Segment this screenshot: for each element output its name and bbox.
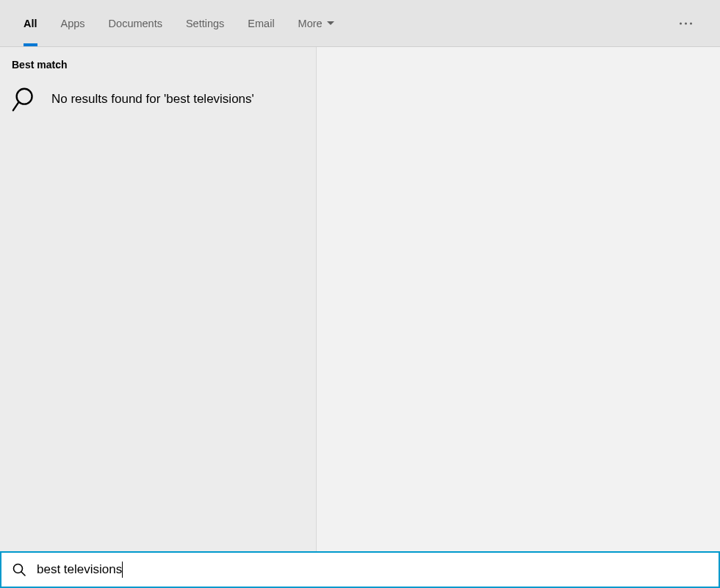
header-bar: All Apps Documents Settings Email More (0, 0, 720, 47)
tab-more[interactable]: More (287, 0, 346, 46)
search-icon (12, 85, 40, 113)
tab-documents[interactable]: Documents (97, 0, 174, 46)
search-input-value: best televisions (37, 562, 122, 577)
no-results-row: No results found for 'best televisions' (0, 79, 316, 119)
search-input[interactable]: best televisions (37, 553, 708, 587)
search-icon (12, 562, 26, 577)
search-bar[interactable]: best televisions (0, 551, 720, 588)
ellipsis-icon (680, 22, 682, 24)
main-content: Best match No results found for 'best te… (0, 47, 720, 551)
tab-all[interactable]: All (12, 0, 49, 46)
tab-settings[interactable]: Settings (174, 0, 236, 46)
tab-label: All (24, 18, 37, 29)
ellipsis-icon (685, 22, 687, 24)
tab-email[interactable]: Email (236, 0, 286, 46)
options-button[interactable] (674, 16, 698, 30)
text-cursor (122, 562, 123, 578)
results-panel: Best match No results found for 'best te… (0, 47, 316, 551)
chevron-down-icon (327, 21, 334, 25)
ellipsis-icon (690, 22, 692, 24)
tab-label: More (298, 18, 323, 29)
preview-panel (316, 47, 720, 551)
tab-label: Email (248, 18, 274, 29)
filter-tabs: All Apps Documents Settings Email More (12, 0, 346, 46)
tab-label: Documents (109, 18, 162, 29)
tab-label: Apps (61, 18, 85, 29)
tab-apps[interactable]: Apps (49, 0, 97, 46)
no-results-text: No results found for 'best televisions' (51, 92, 254, 107)
svg-line-1 (13, 102, 19, 110)
svg-line-3 (21, 572, 25, 576)
tab-label: Settings (186, 18, 224, 29)
section-title: Best match (0, 59, 316, 79)
